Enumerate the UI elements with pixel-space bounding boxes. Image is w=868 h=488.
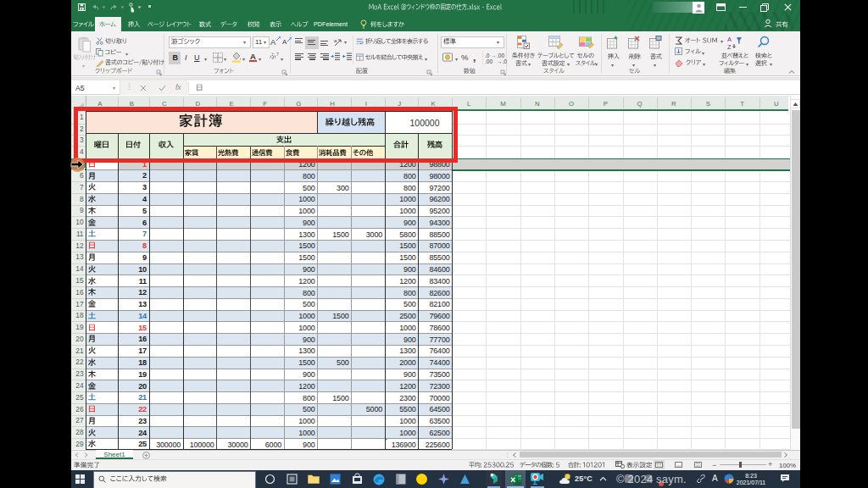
svg-text:A: A [727, 36, 732, 43]
svg-text:Z: Z [727, 43, 732, 50]
svg-text:a: a [334, 38, 337, 43]
svg-text:.00: .00 [485, 58, 492, 64]
svg-text:→.0: →.0 [497, 58, 507, 64]
